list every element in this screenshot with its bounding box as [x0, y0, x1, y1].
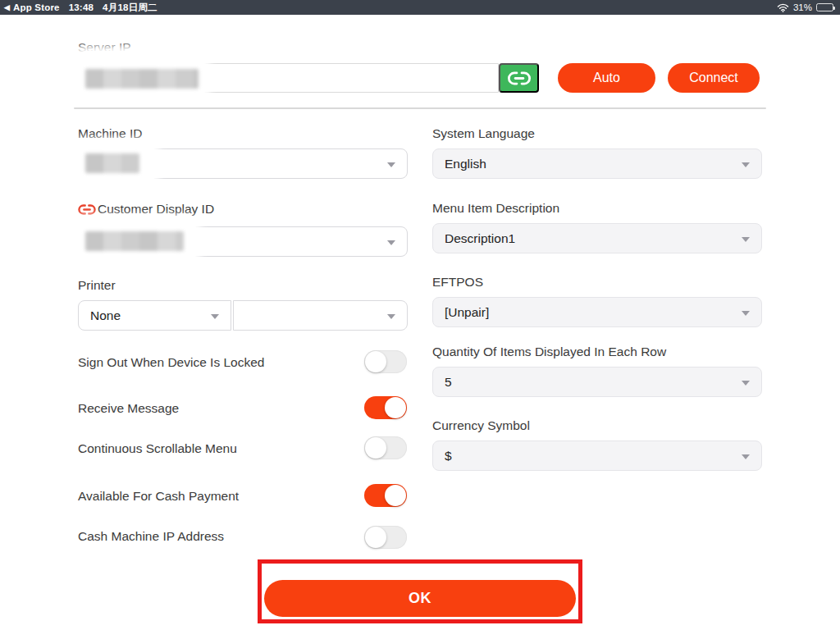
- toggle-label-cash-machine-ip: Cash Machine IP Address: [78, 529, 224, 544]
- link-icon: [507, 71, 532, 85]
- menu-item-description-value: Description1: [445, 231, 515, 246]
- toggle-knob: [365, 351, 386, 372]
- printer-type-value: None: [90, 308, 121, 323]
- section-divider: [74, 107, 766, 109]
- chevron-down-icon: [742, 454, 750, 459]
- toggle-sign-out-when-locked[interactable]: [364, 350, 407, 373]
- customer-display-redacted-value: [85, 231, 184, 251]
- eftpos-label: EFTPOS: [432, 275, 483, 290]
- quantity-per-row-select[interactable]: 5: [432, 367, 762, 397]
- chevron-down-icon: [387, 314, 395, 319]
- chevron-down-icon: [742, 381, 750, 386]
- back-to-app[interactable]: ◀ App Store 13:48 4月18日周二: [4, 0, 167, 15]
- toggle-label-cash-payment: Available For Cash Payment: [78, 489, 239, 504]
- machine-id-label: Machine ID: [78, 126, 142, 141]
- printer-type-select[interactable]: None: [78, 300, 231, 331]
- currency-symbol-select[interactable]: $: [432, 441, 762, 471]
- battery-icon: [816, 3, 833, 11]
- toggle-label-continuous-menu: Continuous Scrollable Menu: [78, 441, 237, 456]
- toggle-cash-machine-ip-address[interactable]: [364, 526, 407, 549]
- settings-screen: ◀ App Store 13:48 4月18日周二 31% Server IP: [0, 0, 840, 630]
- printer-device-select[interactable]: [233, 300, 408, 331]
- menu-item-description-label: Menu Item Description: [432, 201, 559, 216]
- auto-button[interactable]: Auto: [558, 63, 655, 93]
- currency-symbol-value: $: [445, 449, 452, 463]
- status-time: 13:48: [69, 0, 94, 15]
- back-app-label: App Store: [13, 0, 60, 15]
- eftpos-value: [Unpair]: [445, 305, 489, 320]
- currency-symbol-label: Currency Symbol: [432, 418, 530, 433]
- wifi-icon: [777, 3, 789, 12]
- chevron-down-icon: [742, 237, 750, 242]
- ok-button[interactable]: OK: [264, 580, 576, 617]
- back-triangle-icon: ◀: [4, 0, 10, 15]
- eftpos-select[interactable]: [Unpair]: [432, 297, 762, 327]
- toggle-knob: [365, 437, 386, 459]
- chevron-down-icon: [387, 162, 395, 167]
- toggle-knob: [365, 527, 386, 548]
- battery-percent: 31%: [793, 2, 812, 12]
- toggle-continuous-scrollable-menu[interactable]: [364, 436, 407, 459]
- menu-item-description-select[interactable]: Description1: [432, 223, 762, 253]
- link-button[interactable]: [499, 63, 539, 93]
- toggle-knob: [385, 397, 406, 418]
- quantity-per-row-value: 5: [445, 375, 452, 390]
- connect-button[interactable]: Connect: [668, 63, 760, 93]
- quantity-per-row-label: Quantity Of Items Displayed In Each Row: [432, 345, 666, 359]
- status-bar: ◀ App Store 13:48 4月18日周二 31%: [0, 0, 840, 15]
- link-icon-red: [78, 204, 96, 215]
- server-ip-redacted-value: [85, 69, 199, 89]
- toggle-available-for-cash-payment[interactable]: [364, 484, 407, 507]
- toggle-receive-message[interactable]: [364, 396, 407, 419]
- chevron-down-icon: [742, 162, 750, 167]
- chevron-down-icon: [387, 240, 395, 245]
- machine-id-redacted-value: [85, 153, 139, 173]
- system-language-select[interactable]: English: [432, 148, 762, 179]
- system-language-value: English: [445, 157, 486, 171]
- chevron-down-icon: [742, 311, 750, 316]
- toggle-label-sign-out: Sign Out When Device Is Locked: [78, 355, 264, 370]
- toggle-knob: [385, 485, 406, 506]
- system-language-label: System Language: [432, 126, 535, 141]
- status-date: 4月18日周二: [103, 0, 158, 15]
- toggle-label-receive-message: Receive Message: [78, 401, 179, 416]
- chevron-down-icon: [211, 314, 219, 319]
- printer-label: Printer: [78, 278, 116, 293]
- customer-display-id-label: Customer Display ID: [98, 202, 214, 217]
